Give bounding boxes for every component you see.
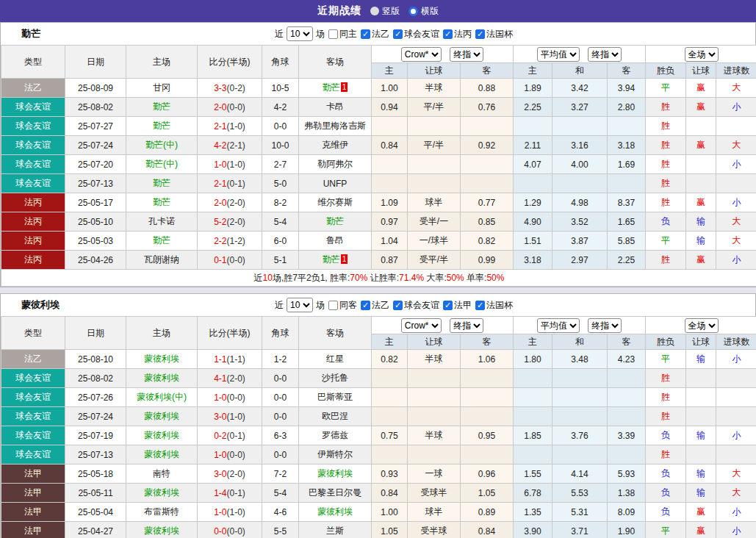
league-filter-3[interactable]: 法甲	[443, 299, 472, 312]
result-cell: 胜	[646, 407, 686, 426]
corner-cell: 10-5	[262, 79, 299, 98]
team-name-text: 沙托鲁	[322, 373, 348, 383]
final-odds-select-2[interactable]: 终指	[588, 47, 622, 62]
match-row: 法甲25-05-18南特3-0(2-0)7-2蒙彼利埃0.93一球0.961.5…	[1, 465, 756, 484]
team-name-text: 蒙彼利埃	[144, 487, 179, 498]
goals-result-cell: 大	[716, 232, 756, 251]
recent-count-select[interactable]: 10	[287, 298, 313, 312]
handicap-away-odds-cell: 0.85	[461, 212, 514, 232]
avg-draw-odds-cell: 3.42	[552, 79, 608, 98]
avg-home-odds-cell	[514, 388, 552, 407]
checkbox-checked-icon[interactable]	[443, 29, 453, 39]
goals-result-cell: 小	[716, 350, 756, 369]
scope-select[interactable]: 全场	[685, 318, 719, 333]
handicap-home-odds-cell	[372, 407, 408, 426]
away-team-cell: 伊斯特尔	[299, 445, 372, 465]
average-select[interactable]: 平均值	[537, 47, 580, 62]
checkbox-checked-icon[interactable]	[393, 29, 403, 39]
half-time-score: (0-1)	[227, 488, 245, 498]
avg-away-odds-cell: 2.25	[608, 251, 646, 270]
team-section-1: 勤芒 近 10 场 同主 法乙 球会友谊 法丙 法国杯	[0, 22, 756, 287]
league-filter-4[interactable]: 法国杯	[475, 299, 513, 312]
result-cell: 胜	[646, 445, 686, 465]
same-venue-filter[interactable]: 同客	[328, 299, 357, 312]
checkbox-checked-icon[interactable]	[361, 301, 370, 310]
league-filter-1[interactable]: 法乙	[361, 299, 389, 312]
recent-count-select[interactable]: 10	[287, 26, 313, 41]
half-time-score: (1-1)	[227, 354, 245, 365]
handicap-away-odds-cell: 0.96	[461, 465, 514, 484]
corner-cell: 0-0	[262, 117, 299, 136]
same-venue-filter[interactable]: 同主	[328, 28, 357, 40]
handicap-home-odds-cell	[372, 174, 408, 193]
handicap-result-cell: 赢	[686, 503, 716, 522]
score-cell: 5-2(2-0)	[198, 212, 262, 232]
scope-dropdown-cell: 全场	[646, 46, 756, 63]
team-name-text: 甘冈	[153, 82, 170, 93]
handicap-line-cell	[408, 117, 461, 136]
layout-option-vertical[interactable]: 竖版	[370, 5, 400, 18]
checkbox-checked-icon[interactable]	[443, 301, 453, 310]
layout-option-horizontal[interactable]: 横版	[408, 5, 439, 18]
radio-unselected-icon[interactable]	[370, 7, 379, 15]
final-odds-select-1[interactable]: 终指	[450, 47, 483, 62]
team-name-text: 蒙彼利埃	[317, 506, 353, 517]
avg-home-odds-cell: 1.85	[514, 426, 552, 445]
final-odds-select-1[interactable]: 终指	[450, 318, 483, 333]
corner-cell: 1-2	[262, 350, 299, 369]
handicap-line-cell	[408, 388, 461, 407]
checkbox-checked-icon[interactable]	[475, 301, 485, 310]
team-name-text: 勤芒	[153, 121, 170, 131]
col-handicap-result: 让球	[686, 63, 716, 79]
avg-draw-odds-cell	[552, 117, 608, 136]
league-filter-2[interactable]: 球会友谊	[393, 28, 439, 40]
scope-select[interactable]: 全场	[685, 47, 719, 62]
final-odds-select-2[interactable]: 终指	[588, 318, 622, 333]
full-time-score: 2-1	[214, 179, 226, 189]
checkbox-checked-icon[interactable]	[361, 29, 370, 39]
result-cell: 负	[646, 484, 686, 503]
avg-draw-odds-cell: 3.87	[552, 232, 608, 251]
checkbox-checked-icon[interactable]	[475, 29, 485, 39]
league-filter-3[interactable]: 法丙	[443, 28, 472, 40]
avg-away-odds-cell: 1.38	[608, 484, 646, 503]
checkbox-unchecked-icon[interactable]	[328, 301, 338, 310]
average-select[interactable]: 平均值	[537, 318, 580, 333]
avg-home-odds-cell: 3.18	[514, 251, 552, 270]
league-label: 法甲	[454, 299, 472, 312]
league-type-cell: 法甲	[1, 465, 65, 484]
radio-selected-icon[interactable]	[408, 7, 418, 16]
bookmaker-select[interactable]: Crow*	[401, 47, 442, 62]
league-filter-1[interactable]: 法乙	[361, 28, 389, 40]
half-time-score: (2-1)	[227, 140, 245, 151]
score-cell: 1-0(0-0)	[198, 445, 262, 465]
full-time-score: 4-2	[214, 140, 226, 151]
goals-result-cell: 小	[716, 522, 756, 538]
bookmaker-select[interactable]: Crow*	[401, 318, 442, 333]
score-cell: 2-0(2-0)	[198, 193, 262, 212]
full-time-score: 5-2	[214, 217, 226, 227]
avg-draw-odds-cell: 3.48	[552, 350, 608, 369]
home-team-cell: 瓦朗谢纳	[126, 251, 198, 270]
match-row: 法丙25-05-10孔卡诺5-2(2-0)5-4勤芒0.97受半/一0.854.…	[1, 212, 756, 232]
team-name-text: 布雷斯特	[144, 506, 179, 517]
checkbox-checked-icon[interactable]	[393, 301, 403, 310]
match-date-cell: 25-07-26	[65, 388, 126, 407]
away-team-cell: 勤芒1	[299, 251, 372, 270]
match-date-cell: 25-05-03	[65, 232, 126, 251]
avg-away-odds-cell: 3.39	[608, 426, 646, 445]
score-cell: 1-4(0-1)	[198, 484, 262, 503]
home-team-cell: 勤芒	[126, 193, 198, 212]
handicap-away-odds-cell	[461, 445, 514, 465]
team-name-text: 蒙彼利埃	[144, 373, 179, 383]
checkbox-unchecked-icon[interactable]	[328, 29, 338, 39]
league-filter-4[interactable]: 法国杯	[475, 28, 513, 40]
avg-away-odds-cell	[608, 388, 646, 407]
team-name-text: 蒙彼利埃	[144, 411, 179, 421]
team-name-text: 勤芒(中)	[145, 140, 178, 150]
handicap-result-cell: 赢	[686, 251, 716, 270]
avg-away-odds-cell: 2.80	[608, 98, 646, 117]
handicap-result-cell: 输	[686, 350, 716, 369]
avg-draw-odds-cell	[552, 445, 608, 465]
league-filter-2[interactable]: 球会友谊	[393, 299, 439, 312]
